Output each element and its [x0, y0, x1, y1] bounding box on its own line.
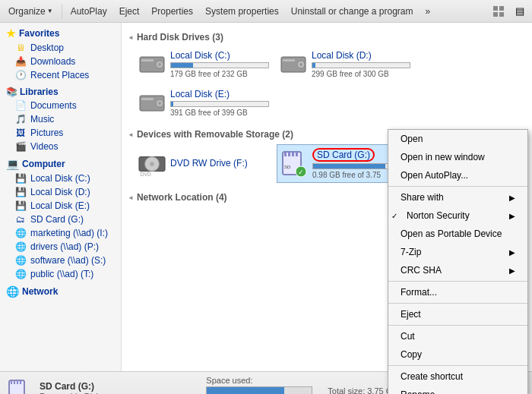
sidebar-item-downloads[interactable]: 📥 Downloads [0, 55, 121, 68]
favorites-header[interactable]: ★ Favorites [0, 26, 121, 41]
properties-label: Properties [151, 6, 193, 17]
sidebar-item-videos[interactable]: 🎬 Videos [0, 140, 121, 153]
ctx-norton-check: ✓ [391, 212, 397, 220]
eject-button[interactable]: Eject [114, 2, 145, 20]
ctx-norton[interactable]: ✓ Norton Security ▶ [388, 206, 527, 225]
ctx-copy[interactable]: Copy [388, 345, 527, 364]
ctx-create-shortcut-label: Create shortcut [401, 371, 463, 382]
ctx-cut[interactable]: Cut [388, 327, 527, 345]
libraries-section: 📚 Libraries 📄 Documents 🎵 Music 🖼 Pictur… [0, 85, 121, 153]
net-t-label: public (\\ad) (T:) [30, 269, 93, 279]
ctx-format-label: Format... [401, 287, 437, 298]
drive-e[interactable]: Local Disk (E:) 391 GB free of 399 GB [135, 86, 272, 120]
svg-point-18 [150, 162, 154, 166]
sidebar-item-d[interactable]: 💾 Local Disk (D:) [0, 185, 121, 199]
sidebar-item-documents[interactable]: 📄 Documents [0, 99, 121, 112]
ctx-crc[interactable]: CRC SHA ▶ [388, 261, 527, 279]
recent-label: Recent Places [30, 70, 89, 80]
properties-button[interactable]: Properties [146, 2, 198, 20]
sidebar-item-e[interactable]: 💾 Local Disk (E:) [0, 199, 121, 213]
ctx-eject[interactable]: Eject [388, 305, 527, 323]
svg-rect-0 [493, 6, 498, 11]
sidebar-item-p[interactable]: 🌐 drivers (\\ad) (P:) [0, 240, 121, 254]
details-button[interactable]: ▤ [511, 2, 529, 20]
ctx-share-arrow: ▶ [509, 194, 515, 202]
autoplay-label: AutoPlay [71, 6, 107, 17]
drive-d-name[interactable]: Local Disk (D:) [312, 50, 410, 61]
ctx-sep2 [388, 281, 527, 282]
download-icon: 📥 [15, 56, 26, 67]
libraries-header[interactable]: 📚 Libraries [0, 85, 121, 99]
computer-icon: 💻 [6, 158, 19, 170]
ctx-7zip[interactable]: 7-Zip ▶ [388, 243, 527, 261]
more-button[interactable]: » [420, 2, 436, 20]
favorites-section: ★ Favorites 🖥 Desktop 📥 Downloads 🕐 Rece… [0, 26, 121, 82]
ctx-share-with-label: Share with [401, 192, 444, 203]
ctx-share-with[interactable]: Share with ▶ [388, 188, 527, 206]
drive-d[interactable]: Local Disk (D:) 299 GB free of 300 GB [277, 47, 413, 81]
ctx-open[interactable]: Open [388, 130, 527, 148]
uninstall-label: Uninstall or change a program [291, 6, 413, 17]
disk-e-icon: 💾 [15, 200, 26, 211]
sidebar-item-music[interactable]: 🎵 Music [0, 112, 121, 126]
organize-button[interactable]: Organize ▼ [3, 2, 59, 20]
sidebar-item-t[interactable]: 🌐 public (\\ad) (T:) [0, 267, 121, 281]
svg-rect-30 [14, 380, 15, 384]
sidebar-item-pictures[interactable]: 🖼 Pictures [0, 126, 121, 140]
drive-sd-name[interactable]: SD Card (G:) [312, 148, 375, 162]
network-section: 🌐 Network [0, 284, 121, 299]
view-change-button[interactable] [489, 2, 508, 20]
sidebar-item-recent[interactable]: 🕐 Recent Places [0, 68, 121, 82]
svg-rect-15 [141, 98, 154, 100]
computer-header[interactable]: 💻 Computer [0, 156, 121, 172]
drive-dvd[interactable]: DVD DVD RW Drive (F:) [135, 144, 272, 183]
ctx-sep1 [388, 186, 527, 187]
organize-arrow-icon: ▼ [47, 8, 53, 14]
svg-rect-11 [283, 59, 295, 61]
documents-label: Documents [30, 100, 77, 111]
system-properties-button[interactable]: System properties [200, 2, 284, 20]
ctx-open-new-window[interactable]: Open in new window [388, 148, 527, 166]
drive-c[interactable]: Local Disk (C:) 179 GB free of 232 GB [135, 47, 272, 81]
ctx-7zip-label: 7-Zip [401, 247, 421, 257]
disk-c-icon: 💾 [15, 173, 26, 184]
ctx-cut-label: Cut [401, 331, 415, 342]
sd-g-icon: 🗂 [15, 214, 26, 225]
sidebar-item-i[interactable]: 🌐 marketing (\\ad) (I:) [0, 226, 121, 240]
svg-rect-7 [141, 59, 154, 61]
statusbar-drive-type: Removable Disk [40, 392, 198, 395]
ctx-format[interactable]: Format... ← [388, 283, 527, 301]
uninstall-button[interactable]: Uninstall or change a program [286, 2, 419, 20]
ctx-rename[interactable]: Rename [388, 386, 527, 394]
sidebar-item-g[interactable]: 🗂 SD Card (G:) [0, 213, 121, 226]
sidebar-item-desktop[interactable]: 🖥 Desktop [0, 41, 121, 55]
computer-label: Computer [22, 159, 65, 169]
ctx-open-label: Open [401, 134, 423, 144]
drive-d-bar [312, 63, 315, 68]
network-section-label: Network Location (4) [137, 192, 227, 203]
star-icon: ★ [6, 27, 16, 39]
drive-c-name[interactable]: Local Disk (C:) [170, 50, 269, 61]
more-icon: » [426, 6, 431, 17]
drive-dvd-name[interactable]: DVD RW Drive (F:) [170, 158, 269, 169]
disk-c-label: Local Disk (C:) [30, 173, 90, 184]
ctx-open-portable[interactable]: Open as Portable Device [388, 225, 527, 243]
ctx-open-autoplay-label: Open AutoPlay... [401, 170, 468, 181]
statusbar-bar-fill [207, 387, 284, 395]
svg-text:DVD: DVD [141, 172, 151, 177]
drive-e-bar-bg [170, 101, 269, 107]
ctx-create-shortcut[interactable]: Create shortcut [388, 367, 527, 386]
drive-c-info: Local Disk (C:) 179 GB free of 232 GB [170, 50, 269, 78]
downloads-label: Downloads [30, 56, 75, 67]
svg-rect-29 [11, 380, 12, 384]
sidebar-item-s[interactable]: 🌐 software (\\ad) (S:) [0, 254, 121, 267]
autoplay-button[interactable]: AutoPlay [65, 2, 112, 20]
network-header[interactable]: 🌐 Network [0, 284, 121, 299]
toolbar-right: ▤ [489, 2, 529, 20]
drive-sd-icon: SD ✓ [280, 150, 308, 178]
drive-c-bar [171, 63, 193, 68]
ctx-open-autoplay[interactable]: Open AutoPlay... [388, 166, 527, 184]
sidebar-item-c[interactable]: 💾 Local Disk (C:) [0, 172, 121, 185]
drive-e-name[interactable]: Local Disk (E:) [170, 89, 269, 99]
favorites-label: Favorites [19, 28, 59, 39]
